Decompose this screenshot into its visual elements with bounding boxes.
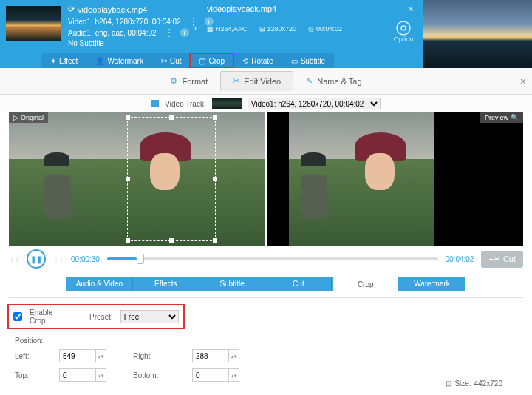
video-stream-info: Video1: h264, 1280x720, 00:04:02 <box>68 18 181 26</box>
tab-audio-video[interactable]: Audio & Video <box>66 277 133 291</box>
pause-button[interactable]: ❚❚ <box>27 249 46 269</box>
output-duration: 00:04:02 <box>316 25 342 33</box>
tab-crop[interactable]: Crop <box>332 277 399 291</box>
clock-icon: ◷ <box>308 25 314 33</box>
tab-edit-video[interactable]: ✂Edit Video <box>220 71 293 91</box>
subtitle-icon: ▭ <box>291 57 298 65</box>
top-input[interactable] <box>59 368 96 382</box>
stepper-icon[interactable]: ▴▾ <box>229 349 239 362</box>
add-scissors-icon: +✂ <box>488 254 499 264</box>
grip-icon[interactable]: ⋮⋮ <box>9 256 19 263</box>
grip-icon[interactable]: ⋮⋮ <box>53 256 64 263</box>
film-icon: ▦ <box>207 25 214 33</box>
tab-name-tag[interactable]: ✎Name & Tag <box>293 71 374 91</box>
subtitle-stream-info: No Subtitle <box>68 39 104 47</box>
left-input[interactable] <box>59 349 96 362</box>
tab-cut[interactable]: Cut <box>265 277 332 291</box>
secondary-tabs: ⚙Format ✂Edit Video ✎Name & Tag × <box>0 68 532 95</box>
output-info: ▦H264,AAC ⊞1280x720 ◷00:04:02 <box>207 25 342 33</box>
settings-tabs: Audio & Video Effects Subtitle Cut Crop … <box>66 277 466 291</box>
pencil-icon: ✎ <box>306 76 313 86</box>
stepper-icon[interactable]: ▴▾ <box>229 368 239 382</box>
rotate-icon: ⟲ <box>242 57 248 65</box>
stepper-icon[interactable]: ▴▾ <box>96 349 106 362</box>
left-label: Left: <box>15 352 44 360</box>
effect-tool[interactable]: ✦Effect <box>41 53 86 68</box>
track-color-icon <box>151 100 159 107</box>
output-filename: videoplayback.mp4 <box>207 4 276 13</box>
source-thumbnail[interactable] <box>6 6 61 41</box>
scissors-icon: ✂ <box>161 57 167 65</box>
dots-icon: ⋮ <box>164 31 173 34</box>
video-track-selector: Video Track: Video1: h264, 1280x720, 00:… <box>0 95 532 112</box>
position-label: Position: <box>15 337 523 345</box>
total-time: 00:04:02 <box>446 255 474 263</box>
video-track-select[interactable]: Video1: h264, 1280x720, 00:04:02 <box>248 98 381 109</box>
rotate-tool[interactable]: ⟲Rotate <box>233 53 282 68</box>
cropped-preview <box>267 112 523 246</box>
crop-enable-row: Enable Crop Preset: Free <box>9 305 183 328</box>
gear-small-icon: ⚙ <box>170 76 177 86</box>
cut-tool[interactable]: ✂Cut <box>152 53 191 68</box>
crop-tool[interactable]: ▢Crop <box>190 53 233 68</box>
video-track-label: Video Track: <box>165 100 205 108</box>
size-value: 442x720 <box>474 379 502 388</box>
option-label: Option <box>394 36 414 43</box>
play-small-icon: ▷ <box>13 114 18 121</box>
bottom-label: Bottom: <box>133 371 177 379</box>
output-resolution: 1280x720 <box>267 25 297 33</box>
watermark-tool[interactable]: 👤Watermark <box>86 53 152 68</box>
resize-icon: ⊡ <box>446 379 451 388</box>
svg-point-1 <box>401 26 406 30</box>
output-codec: H264,AAC <box>216 25 248 33</box>
person-icon: 👤 <box>95 57 104 65</box>
bottom-input[interactable] <box>192 368 229 382</box>
track-thumb <box>212 98 242 109</box>
original-badge: ▷Original <box>9 112 48 123</box>
close-icon[interactable]: × <box>408 3 414 15</box>
gear-icon <box>394 19 413 37</box>
right-label: Right: <box>133 352 177 360</box>
tab-watermark[interactable]: Watermark <box>399 277 466 291</box>
tab-effects[interactable]: Effects <box>133 277 200 291</box>
preview-badge: Preview🔍 <box>480 112 523 123</box>
subtitle-tool[interactable]: ▭Subtitle <box>282 53 334 68</box>
preview-area: ▷Original Preview🔍 <box>0 112 532 246</box>
scissors-icon: ✂ <box>233 76 239 86</box>
seek-slider[interactable] <box>107 257 438 260</box>
wand-icon: ✦ <box>50 57 56 65</box>
enable-crop-label: Enable Crop <box>30 308 70 325</box>
resolution-icon: ⊞ <box>259 25 265 33</box>
edit-toolbar: ✦Effect 👤Watermark ✂Cut ▢Crop ⟲Rotate ▭S… <box>41 53 334 68</box>
pause-icon: ❚❚ <box>30 255 42 263</box>
preset-select[interactable]: Free <box>120 310 179 323</box>
chevron-right-icon: › <box>194 22 197 33</box>
refresh-icon[interactable]: ⟳ <box>68 4 75 14</box>
enable-crop-checkbox[interactable] <box>13 312 22 321</box>
tab-subtitle[interactable]: Subtitle <box>200 277 266 291</box>
top-label: Top: <box>15 371 44 379</box>
playback-controls: ⋮⋮ ❚❚ ⋮⋮ 00:00:30 00:04:02 +✂Cut <box>0 246 532 272</box>
current-time: 00:00:30 <box>71 255 100 263</box>
svg-point-0 <box>397 21 410 35</box>
audio-stream-info: Audio1: eng, aac, 00:04:02 <box>68 29 157 37</box>
magnify-icon[interactable]: 🔍 <box>511 114 519 121</box>
info-icon[interactable]: i <box>180 28 189 37</box>
source-filename: videoplayback.mp4 <box>78 5 147 14</box>
cut-button[interactable]: +✂Cut <box>481 251 523 268</box>
original-preview[interactable] <box>9 112 265 246</box>
right-input[interactable] <box>192 349 229 362</box>
size-display: ⊡ Size: 442x720 <box>446 379 502 388</box>
tab-format[interactable]: ⚙Format <box>157 71 220 91</box>
top-bar: ⟳videoplayback.mp4 Video1: h264, 1280x72… <box>0 0 532 68</box>
close-panel-icon[interactable]: × <box>520 75 526 87</box>
seek-knob[interactable] <box>137 254 144 264</box>
stepper-icon[interactable]: ▴▾ <box>96 368 106 382</box>
preset-label: Preset: <box>89 313 113 321</box>
crop-icon: ▢ <box>199 57 205 65</box>
crop-panel: Enable Crop Preset: Free Position: Left:… <box>9 297 523 382</box>
position-section: Position: Left: ▴▾ Right: ▴▾ Top: ▴▾ Bot… <box>15 337 523 382</box>
preview-thumbnail <box>423 0 532 68</box>
crop-rectangle[interactable] <box>127 117 216 241</box>
codec-option-button[interactable]: Option <box>392 19 415 43</box>
